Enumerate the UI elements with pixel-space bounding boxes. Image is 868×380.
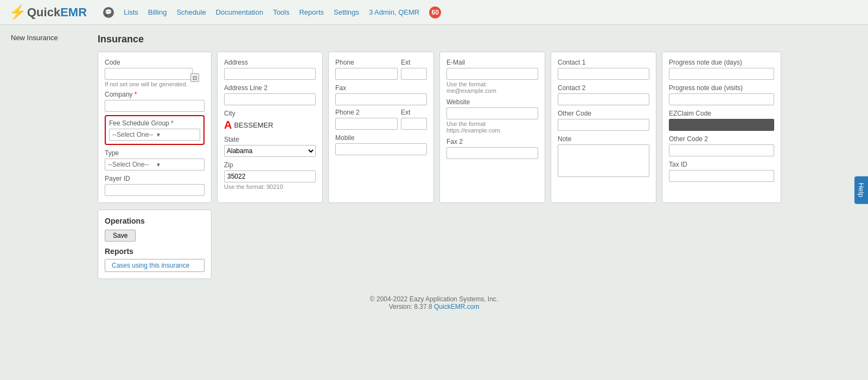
- footer-link[interactable]: QuickEMR.com: [434, 303, 479, 311]
- address-card: Address Address Line 2 City A BESSEMER S…: [217, 52, 323, 203]
- payer-id-label: Payer ID: [105, 175, 205, 182]
- nav-billing[interactable]: Billing: [148, 8, 167, 16]
- progress-days-input[interactable]: [669, 68, 774, 80]
- tax-id-label: Tax ID: [669, 161, 774, 168]
- state-label: State: [224, 136, 316, 143]
- fee-schedule-select[interactable]: --Select One-- ▼: [109, 129, 200, 141]
- logo: ⚡ QuickEMR: [9, 4, 87, 21]
- email-input[interactable]: [446, 68, 538, 80]
- contact2-input[interactable]: [558, 93, 649, 105]
- progress-days-label: Progress note due (days): [669, 59, 774, 66]
- email-hint: Use the format: me@example.com: [446, 81, 538, 94]
- type-label: Type: [105, 149, 205, 157]
- phone-input[interactable]: [335, 68, 398, 80]
- operations-card: Operations Save Reports Cases using this…: [98, 210, 212, 279]
- company-label: Company: [105, 91, 205, 98]
- nav-schedule[interactable]: Schedule: [176, 8, 206, 16]
- footer: © 2004-2022 Eazy Application Systems, In…: [0, 288, 868, 318]
- contact2-label: Contact 2: [558, 84, 649, 92]
- ezclaim-label: EZClaim Code: [669, 110, 774, 117]
- cases-report-button[interactable]: Cases using this insurance: [105, 259, 205, 272]
- progress-visits-input[interactable]: [669, 93, 774, 105]
- operations-title: Operations: [105, 217, 205, 225]
- ext2-label: Ext: [401, 109, 427, 116]
- phone2-label: Phone 2: [335, 109, 398, 116]
- other-code2-label: Other Code 2: [669, 135, 774, 143]
- notification-badge[interactable]: 60: [429, 7, 441, 18]
- note-textarea[interactable]: [558, 144, 649, 177]
- code-hint: If not set one will be generated.: [105, 81, 205, 87]
- fee-schedule-placeholder: --Select One--: [112, 131, 154, 138]
- company-input[interactable]: [105, 100, 205, 112]
- sidebar-new-insurance: New Insurance: [11, 34, 58, 42]
- main-content: New Insurance Insurance Code ⊡ If not se…: [0, 25, 868, 288]
- type-arrow-icon: ▼: [156, 162, 201, 168]
- logo-quick: Quick: [27, 5, 60, 20]
- tax-id-input[interactable]: [669, 170, 774, 182]
- address-input[interactable]: [224, 68, 316, 80]
- ext-label: Ext: [401, 59, 427, 66]
- nav-reports[interactable]: Reports: [299, 8, 324, 16]
- fax2-input[interactable]: [446, 147, 538, 159]
- website-label: Website: [446, 98, 538, 106]
- page-title: Insurance: [98, 34, 857, 45]
- contact1-input[interactable]: [558, 68, 649, 80]
- nav-admin[interactable]: 3 Admin, QEMR: [369, 8, 419, 16]
- chat-icon[interactable]: 💬: [103, 7, 114, 18]
- code-card: Code ⊡ If not set one will be generated.…: [98, 52, 212, 203]
- address-a-icon: A: [224, 119, 232, 131]
- fax2-label: Fax 2: [446, 138, 538, 145]
- fax-input[interactable]: [335, 93, 427, 105]
- nav-settings[interactable]: Settings: [334, 8, 359, 16]
- sidebar: New Insurance: [11, 34, 98, 279]
- phone-card: Phone Ext Fax Phone 2: [328, 52, 434, 203]
- zip-label: Zip: [224, 161, 316, 169]
- phone2-input[interactable]: [335, 118, 398, 130]
- fee-schedule-group-box: Fee Schedule Group * --Select One-- ▼: [105, 115, 205, 145]
- cards-row: Code ⊡ If not set one will be generated.…: [98, 52, 857, 203]
- email-card: E-Mail Use the format: me@example.com We…: [439, 52, 545, 203]
- header: ⚡ QuickEMR 💬 Lists Billing Schedule Docu…: [0, 0, 868, 25]
- ext-input[interactable]: [401, 68, 427, 80]
- nav-tools[interactable]: Tools: [273, 8, 289, 16]
- code-icon-button[interactable]: ⊡: [190, 73, 199, 82]
- other-code-input[interactable]: [558, 119, 649, 131]
- address-line2-input[interactable]: [224, 93, 316, 105]
- fee-schedule-label: Fee Schedule Group *: [109, 119, 200, 127]
- mobile-input[interactable]: [335, 143, 427, 155]
- state-select[interactable]: Alabama: [224, 145, 316, 157]
- logo-emr: EMR: [60, 5, 87, 20]
- content-area: Insurance Code ⊡ If not set one will be …: [98, 34, 857, 279]
- payer-id-input[interactable]: [105, 184, 205, 196]
- zip-input[interactable]: [224, 170, 316, 182]
- fax-label: Fax: [335, 84, 427, 92]
- progress-card: Progress note due (days) Progress note d…: [662, 52, 781, 203]
- other-code2-input[interactable]: [669, 144, 774, 156]
- code-input[interactable]: [105, 68, 193, 80]
- type-select[interactable]: --Select One-- ▼: [105, 159, 205, 170]
- nav: 💬 Lists Billing Schedule Documentation T…: [103, 7, 859, 18]
- contact1-label: Contact 1: [558, 59, 649, 66]
- other-code-label: Other Code: [558, 110, 649, 117]
- nav-documentation[interactable]: Documentation: [216, 8, 263, 16]
- nav-lists[interactable]: Lists: [124, 8, 138, 16]
- email-label: E-Mail: [446, 59, 538, 66]
- zip-hint: Use the format: 90210: [224, 183, 316, 190]
- ezclaim-field[interactable]: [669, 119, 774, 131]
- bolt-icon: ⚡: [9, 4, 26, 21]
- ext2-input[interactable]: [401, 118, 427, 130]
- mobile-label: Mobile: [335, 134, 427, 142]
- city-label: City: [224, 110, 316, 117]
- progress-visits-label: Progress note due (visits): [669, 84, 774, 92]
- fee-schedule-arrow-icon: ▼: [156, 132, 197, 138]
- website-input[interactable]: [446, 107, 538, 119]
- help-tab[interactable]: Help: [854, 176, 868, 204]
- footer-copyright: © 2004-2022 Eazy Application Systems, In…: [8, 295, 860, 303]
- reports-title: Reports: [105, 247, 205, 256]
- address-line2-label: Address Line 2: [224, 84, 316, 92]
- save-button[interactable]: Save: [105, 230, 136, 242]
- city-value: BESSEMER: [234, 121, 273, 129]
- note-label: Note: [558, 135, 649, 143]
- address-label: Address: [224, 59, 316, 66]
- phone-label: Phone: [335, 59, 398, 66]
